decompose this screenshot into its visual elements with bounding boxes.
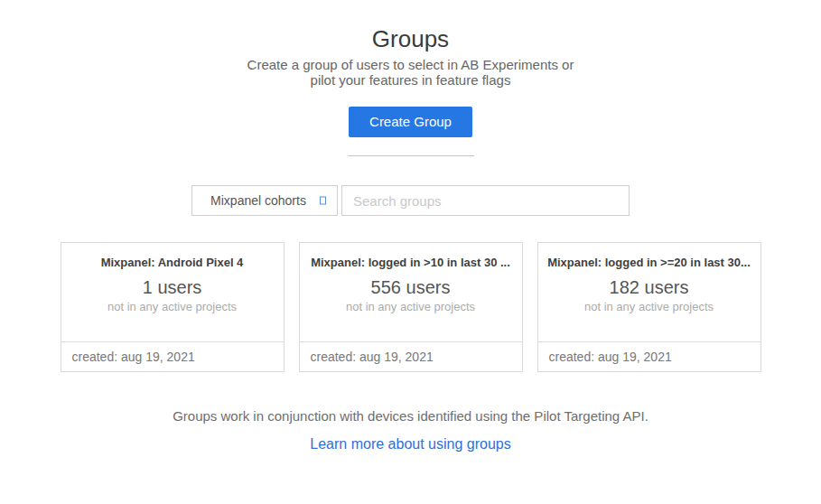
group-card-body: Mixpanel: logged in >10 in last 30 ... 5… xyxy=(300,243,522,341)
cohort-source-dropdown-value: Mixpanel cohorts xyxy=(210,193,319,208)
group-projects-status: not in any active projects xyxy=(300,300,522,314)
footer-info-text: Groups work in conjunction with devices … xyxy=(0,408,821,424)
page-title: Groups xyxy=(0,25,821,53)
group-user-count: 182 users xyxy=(538,277,760,298)
create-group-button[interactable]: Create Group xyxy=(349,107,472,137)
page-subtitle-line2: pilot your features in feature flags xyxy=(0,72,821,88)
learn-more-link[interactable]: Learn more about using groups xyxy=(310,436,510,452)
group-created-date: created: aug 19, 2021 xyxy=(300,341,522,371)
group-created-date: created: aug 19, 2021 xyxy=(538,341,760,371)
groups-page: Groups Create a group of users to select… xyxy=(0,0,821,453)
group-cards-row: Mixpanel: Android Pixel 4 1 users not in… xyxy=(0,242,821,372)
group-card-body: Mixpanel: logged in >=20 in last 30... 1… xyxy=(538,243,760,341)
page-header: Groups Create a group of users to select… xyxy=(0,25,821,156)
search-groups-input[interactable] xyxy=(341,185,630,216)
group-card-title: Mixpanel: logged in >=20 in last 30... xyxy=(538,255,760,270)
group-user-count: 556 users xyxy=(300,277,522,298)
group-card[interactable]: Mixpanel: logged in >10 in last 30 ... 5… xyxy=(299,242,523,372)
page-subtitle: Create a group of users to select in AB … xyxy=(0,57,821,88)
create-group-button-row: Create Group xyxy=(0,107,821,137)
footer-link-row: Learn more about using groups xyxy=(0,436,821,453)
group-card-title: Mixpanel: logged in >10 in last 30 ... xyxy=(300,255,522,270)
group-card-body: Mixpanel: Android Pixel 4 1 users not in… xyxy=(61,243,284,341)
cohort-source-dropdown[interactable]: Mixpanel cohorts xyxy=(191,185,338,216)
dropdown-box-icon xyxy=(320,197,326,205)
header-divider xyxy=(348,155,474,156)
group-user-count: 1 users xyxy=(61,277,284,298)
group-card[interactable]: Mixpanel: logged in >=20 in last 30... 1… xyxy=(537,242,761,372)
group-projects-status: not in any active projects xyxy=(61,300,284,314)
group-card[interactable]: Mixpanel: Android Pixel 4 1 users not in… xyxy=(61,242,285,372)
group-projects-status: not in any active projects xyxy=(538,300,760,314)
group-card-title: Mixpanel: Android Pixel 4 xyxy=(61,255,284,270)
group-created-date: created: aug 19, 2021 xyxy=(61,341,284,371)
filter-controls: Mixpanel cohorts xyxy=(0,185,821,216)
page-subtitle-line1: Create a group of users to select in AB … xyxy=(0,57,821,72)
